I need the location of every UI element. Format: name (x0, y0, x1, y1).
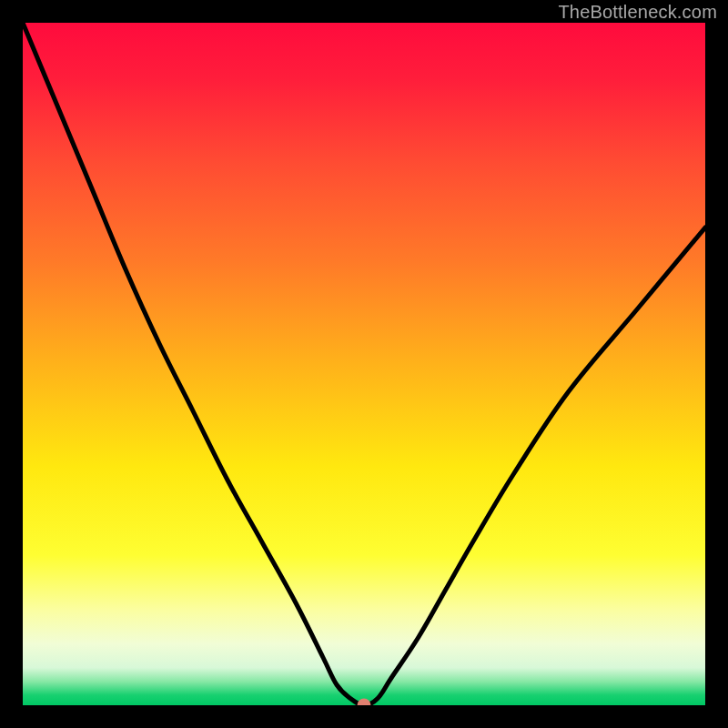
gradient-background (23, 23, 705, 705)
chart-frame: TheBottleneck.com (0, 0, 728, 728)
attribution-label: TheBottleneck.com (558, 2, 717, 23)
plot-area (23, 23, 705, 705)
bottleneck-chart (23, 23, 705, 705)
